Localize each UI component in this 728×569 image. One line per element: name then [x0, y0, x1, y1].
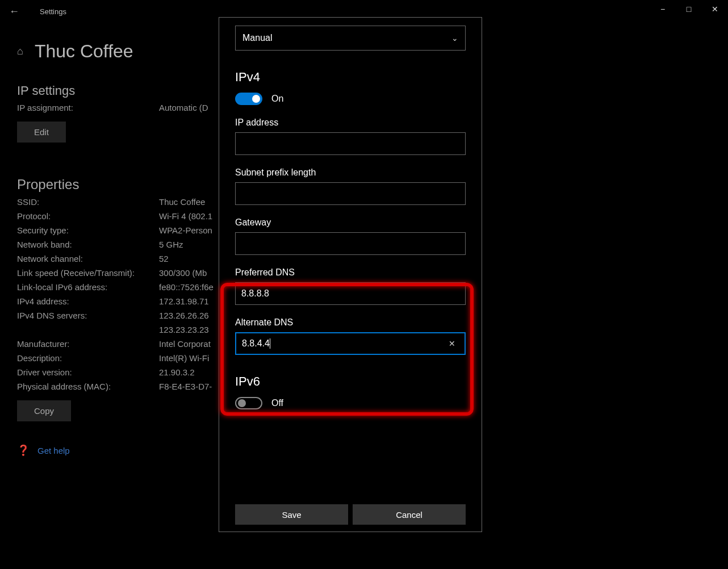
property-key: Description:	[17, 353, 159, 363]
ip-address-label: IP address	[235, 118, 466, 128]
subnet-label: Subnet prefix length	[235, 168, 466, 178]
ip-settings-dialog: Manual ⌄ IPv4 On IP address Subnet prefi…	[219, 17, 482, 532]
ipv4-heading: IPv4	[235, 70, 466, 85]
property-value: 52	[159, 254, 169, 263]
minimize-button[interactable]: −	[650, 0, 676, 18]
property-key: SSID:	[17, 197, 159, 207]
ipv4-toggle-label: On	[271, 94, 283, 104]
property-key: Physical address (MAC):	[17, 382, 159, 391]
property-key	[17, 325, 159, 334]
property-value: Thuc Coffee	[159, 197, 205, 207]
property-key: Link-local IPv6 address:	[17, 282, 159, 292]
property-value: 123.26.26.26	[159, 311, 209, 320]
edit-button[interactable]: Edit	[17, 122, 66, 143]
property-key: Network channel:	[17, 254, 159, 263]
gateway-input[interactable]	[235, 232, 466, 255]
ipv6-heading: IPv6	[235, 374, 466, 389]
ip-mode-select[interactable]: Manual ⌄	[235, 26, 466, 51]
ip-mode-value: Manual	[242, 33, 272, 43]
property-key: IPv4 address:	[17, 296, 159, 306]
property-key: Driver version:	[17, 367, 159, 377]
preferred-dns-label: Preferred DNS	[235, 267, 466, 278]
property-key: Link speed (Receive/Transmit):	[17, 268, 159, 278]
back-button[interactable]: ←	[0, 6, 28, 18]
alternate-dns-input[interactable]: 8.8.4.4 ✕	[235, 332, 466, 355]
page-title: Thuc Coffee	[35, 41, 133, 62]
home-icon[interactable]: ⌂	[17, 45, 23, 57]
get-help-link[interactable]: Get help	[37, 446, 70, 455]
property-value: Wi-Fi 4 (802.1	[159, 211, 212, 221]
cancel-button[interactable]: Cancel	[353, 504, 466, 525]
preferred-dns-input[interactable]: 8.8.8.8	[235, 282, 466, 305]
maximize-button[interactable]: □	[676, 0, 702, 18]
property-key: Network band:	[17, 240, 159, 249]
property-value: 5 GHz	[159, 240, 183, 249]
property-key: Manufacturer:	[17, 339, 159, 349]
window-title: Settings	[40, 7, 66, 16]
property-key: Protocol:	[17, 211, 159, 221]
ip-assignment-label: IP assignment:	[17, 103, 159, 112]
ipv6-toggle-label: Off	[271, 398, 283, 408]
property-key: IPv4 DNS servers:	[17, 311, 159, 320]
property-value: 21.90.3.2	[159, 367, 195, 377]
property-key: Security type:	[17, 225, 159, 235]
property-value: F8-E4-E3-D7-	[159, 382, 212, 391]
help-icon: ❓	[17, 444, 30, 457]
property-value: Intel Corporat	[159, 339, 211, 349]
property-value: 123.23.23.23	[159, 325, 209, 334]
alternate-dns-label: Alternate DNS	[235, 317, 466, 328]
copy-button[interactable]: Copy	[17, 400, 71, 421]
subnet-input[interactable]	[235, 182, 466, 205]
property-value: 172.31.98.71	[159, 296, 209, 306]
property-value: 300/300 (Mb	[159, 268, 207, 278]
property-value: Intel(R) Wi-Fi	[159, 353, 209, 363]
close-window-button[interactable]: ✕	[702, 0, 728, 18]
ip-address-input[interactable]	[235, 132, 466, 155]
property-value: WPA2-Person	[159, 225, 212, 235]
ipv4-toggle[interactable]	[235, 93, 262, 105]
chevron-down-icon: ⌄	[451, 34, 458, 43]
gateway-label: Gateway	[235, 217, 466, 228]
save-button[interactable]: Save	[235, 504, 348, 525]
ipv6-toggle[interactable]	[235, 397, 262, 409]
property-value: fe80::7526:f6e	[159, 282, 214, 292]
ip-assignment-value: Automatic (D	[159, 103, 208, 112]
clear-icon[interactable]: ✕	[445, 339, 459, 348]
